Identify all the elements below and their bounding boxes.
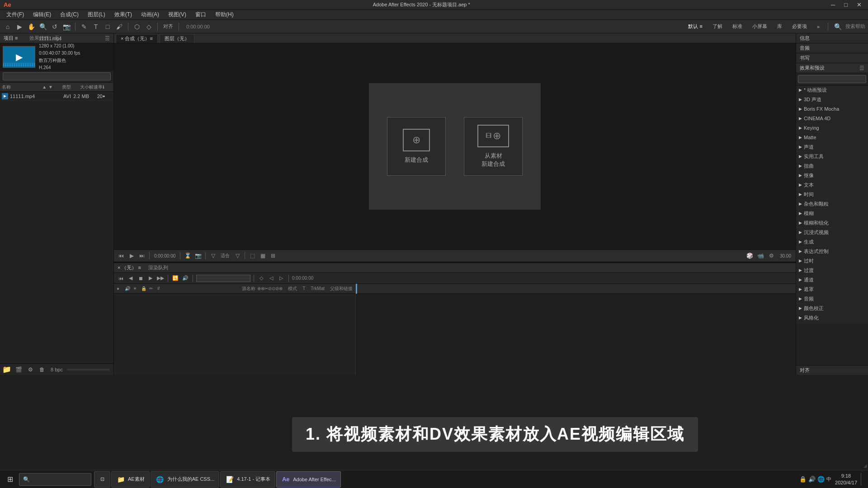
timeline-ruler[interactable] xyxy=(356,284,796,375)
col-sort-dn[interactable]: ▼ xyxy=(48,84,53,89)
effect-group-time-header[interactable]: ▶ 时间 xyxy=(796,190,868,199)
tl-stop[interactable]: ⏹ xyxy=(137,274,145,282)
effect-group-noise-header[interactable]: ▶ 杂色和颗粒 xyxy=(796,199,868,208)
tool-camera[interactable]: 📷 xyxy=(61,22,71,32)
tray-icon-network[interactable]: 🌐 xyxy=(817,476,825,483)
effect-group-transition-header[interactable]: ▶ 过渡 xyxy=(796,266,868,275)
new-comp-card[interactable]: ⊕ 新建合成 xyxy=(387,117,446,176)
col-sort-up[interactable]: ▲ xyxy=(42,84,47,89)
workspace-essential[interactable]: 必要项 xyxy=(788,22,811,31)
vc-snapshot[interactable]: 📷 xyxy=(193,251,203,260)
effect-group-distort-header[interactable]: ▶ 扭曲 xyxy=(796,161,868,170)
effects-search-input[interactable] xyxy=(798,75,866,83)
tool-rotate[interactable]: ↺ xyxy=(50,22,60,32)
taskbar-ae-material[interactable]: 📁 AE素材 xyxy=(111,471,150,488)
effect-group-mask-header[interactable]: ▶ 遮罩 xyxy=(796,285,868,294)
taskbar-task-view[interactable]: ⊡ xyxy=(94,471,110,488)
vc-play-pause[interactable]: ▶ xyxy=(127,251,136,260)
workspace-default[interactable]: 默认 ≡ xyxy=(684,22,706,31)
menu-composition[interactable]: 合成(C) xyxy=(57,10,82,19)
taskbar-search[interactable]: 🔍 xyxy=(19,473,91,486)
close-button[interactable]: ✕ xyxy=(854,1,864,8)
tool-feather[interactable]: ◇ xyxy=(144,22,154,32)
vc-last-frame[interactable]: ⏭ xyxy=(137,251,146,260)
project-search-input[interactable] xyxy=(3,72,111,80)
workspace-library[interactable]: 库 xyxy=(774,22,786,31)
new-folder-button[interactable]: 📁 xyxy=(2,365,12,375)
from-footage-card[interactable]: 🎞 ⊕ 从素材 新建合成 xyxy=(464,117,523,176)
tl-audio[interactable]: 🔊 xyxy=(181,274,189,282)
tool-home[interactable]: ⌂ xyxy=(3,22,13,32)
workspace-more[interactable]: » xyxy=(813,23,823,30)
taskbar-notepad[interactable]: 📝 4.17-1 - 记事本 xyxy=(220,471,275,488)
effect-group-utility-header[interactable]: ▶ 实用工具 xyxy=(796,152,868,161)
quick-panel-audio[interactable]: 音频 xyxy=(796,43,868,53)
effect-group-channel2-header[interactable]: ▶ 通道 xyxy=(796,275,868,284)
effect-group-expression-header[interactable]: ▶ 表达式控制 xyxy=(796,247,868,256)
effects-menu-icon[interactable]: ☰ xyxy=(859,65,864,71)
menu-window[interactable]: 窗口 xyxy=(192,10,210,19)
workspace-learn[interactable]: 了解 xyxy=(709,22,726,31)
tray-icon-1[interactable]: 🔒 xyxy=(799,476,807,483)
effect-group-generate-header[interactable]: ▶ 生成 xyxy=(796,237,868,246)
timeline-search-input[interactable] xyxy=(196,275,250,282)
taskbar-start-button[interactable]: ⊞ xyxy=(2,471,18,488)
effect-group-color-correction-header[interactable]: ▶ 颜色校正 xyxy=(796,304,868,313)
project-file-row[interactable]: ▶ 11111.mp4 AVI 2.2 MB 20 ● xyxy=(0,92,113,101)
tl-prev[interactable]: ◀ xyxy=(127,274,135,282)
tl-keyframe-nav-next[interactable]: ▷ xyxy=(277,274,285,282)
workspace-standard[interactable]: 标准 xyxy=(729,22,746,31)
effect-group-blur-sharpen-header[interactable]: ▶ 模糊和锐化 xyxy=(796,218,868,227)
effect-group-boris-header[interactable]: ▶ Boris FX Mocha xyxy=(796,104,868,113)
maximize-button[interactable]: □ xyxy=(841,1,850,8)
timeline-render-queue[interactable]: 渲染队列 xyxy=(148,264,168,271)
effect-group-audio-header[interactable]: ▶ 音频 xyxy=(796,294,868,303)
vc-3d-view[interactable]: 🎲 xyxy=(745,251,755,260)
vc-guides[interactable]: ⊞ xyxy=(269,251,278,260)
menu-file[interactable]: 文件(F) xyxy=(3,10,28,19)
tl-loop[interactable]: 🔁 xyxy=(171,274,179,282)
resize-handle[interactable]: ◢ xyxy=(863,463,867,468)
menu-effects[interactable]: 效果(T) xyxy=(111,10,136,19)
timeline-tab[interactable]: × （无） ≡ xyxy=(118,264,141,271)
workspace-small-screen[interactable]: 小屏幕 xyxy=(749,22,771,31)
effect-group-matte-header[interactable]: ▶ Matte xyxy=(796,133,868,142)
effect-group-keying-header[interactable]: ▶ Keying xyxy=(796,123,868,132)
effect-group-blur-header[interactable]: ▶ 模糊 xyxy=(796,209,868,218)
effect-group-immersive-header[interactable]: ▶ 沉浸式视频 xyxy=(796,228,868,237)
tool-brush[interactable]: 🖌 xyxy=(114,22,124,32)
effect-group-3d-header[interactable]: ▶ 3D 声道 xyxy=(796,95,868,104)
search-button[interactable]: 🔍 xyxy=(833,22,843,32)
effect-group-text-header[interactable]: ▶ 文本 xyxy=(796,180,868,189)
vc-transparency[interactable]: ▦ xyxy=(258,251,267,260)
vc-first-frame[interactable]: ⏮ xyxy=(117,251,126,260)
new-comp-from-btn[interactable]: 🎬 xyxy=(14,365,24,375)
align-toggle[interactable]: 对齐 xyxy=(161,23,175,30)
taskbar-clock[interactable]: 9:18 2020/4/17 xyxy=(835,473,857,486)
vc-camera[interactable]: 📹 xyxy=(756,251,765,260)
tl-keyframe-add[interactable]: ◇ xyxy=(257,274,265,282)
effect-group-stylize-header[interactable]: ▶ 风格化 xyxy=(796,313,868,322)
menu-help[interactable]: 帮助(H) xyxy=(212,10,237,19)
tl-first[interactable]: ⏮ xyxy=(117,274,125,282)
tab-layer[interactable]: 图层（无） xyxy=(160,34,194,43)
menu-layer[interactable]: 图层(L) xyxy=(84,10,109,19)
panel-menu-icon[interactable]: ☰ xyxy=(105,35,110,42)
tray-icon-2[interactable]: 🔊 xyxy=(808,476,816,483)
vc-ram-preview[interactable]: ⌛ xyxy=(183,251,192,260)
quick-panel-info[interactable]: 信息 xyxy=(796,33,868,43)
effect-group-channel-header[interactable]: ▶ 声道 xyxy=(796,142,868,151)
tool-mask[interactable]: ⬡ xyxy=(132,22,142,32)
taskbar-browser[interactable]: 🌐 为什么我的AE CSS... xyxy=(151,471,220,488)
tray-icon-ime[interactable]: 中 xyxy=(826,476,831,483)
effect-group-cinema4d-header[interactable]: ▶ CINEMA 4D xyxy=(796,114,868,123)
minimize-button[interactable]: ─ xyxy=(828,1,838,8)
tool-shape[interactable]: □ xyxy=(103,22,113,32)
quick-panel-preview[interactable]: 书写 xyxy=(796,53,868,63)
tool-hand[interactable]: ✋ xyxy=(26,22,36,32)
tl-play[interactable]: ▶ xyxy=(146,274,155,282)
taskbar-ae[interactable]: Ae Adobe After Effec... xyxy=(276,471,341,488)
effect-group-obsolete-header[interactable]: ▶ 过时 xyxy=(796,256,868,265)
project-settings-btn[interactable]: ⚙ xyxy=(25,365,35,375)
tab-composition[interactable]: × 合成（无）≡ xyxy=(116,34,158,43)
